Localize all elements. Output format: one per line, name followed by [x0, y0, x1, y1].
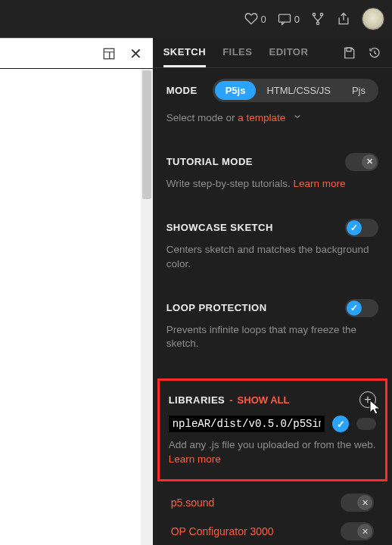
tutorial-desc-text: Write step-by-step tutorials.	[166, 178, 294, 189]
tutorial-toggle[interactable]	[345, 153, 378, 171]
panel-body: MODE P5js HTML/CSS/JS Pjs Select mode or…	[153, 68, 392, 545]
fork-button[interactable]	[310, 11, 325, 26]
library-toggle[interactable]	[341, 494, 374, 512]
chevron-down-icon[interactable]	[293, 111, 302, 126]
main-area: ✕ SKETCH FILES EDITOR MODE	[0, 38, 392, 545]
svg-rect-4	[104, 48, 114, 59]
template-link[interactable]: a template	[238, 112, 285, 123]
left-pane-body	[0, 69, 153, 545]
section-mode: MODE P5js HTML/CSS/JS Pjs Select mode or…	[166, 79, 378, 126]
likes-button[interactable]: 0	[244, 11, 266, 26]
scrollbar[interactable]	[141, 69, 153, 545]
close-icon[interactable]: ✕	[129, 45, 142, 63]
libraries-desc: Add any .js file you uploaded or from th…	[169, 438, 376, 467]
mode-option-pjs[interactable]: Pjs	[341, 81, 376, 100]
tutorial-desc: Write step-by-step tutorials. Learn more	[166, 177, 378, 192]
section-tutorial: TUTORIAL MODE Write step-by-step tutoria…	[166, 153, 378, 192]
tab-files[interactable]: FILES	[222, 46, 252, 67]
section-showcase: SHOWCASE SKETCH Centers sketch and match…	[166, 219, 378, 272]
comment-icon	[277, 11, 292, 26]
scrollbar-thumb[interactable]	[142, 70, 151, 199]
left-pane: ✕	[0, 38, 153, 545]
showcase-title: SHOWCASE SKETCH	[166, 222, 273, 233]
showcase-toggle[interactable]	[345, 219, 378, 237]
library-name[interactable]: OP Configurator 3000	[171, 525, 274, 537]
libraries-learn-more[interactable]: Learn more	[169, 453, 221, 465]
layout-icon[interactable]	[102, 47, 116, 61]
heart-icon	[244, 11, 259, 26]
mode-desc-text: Select mode or	[166, 112, 238, 123]
library-confirm-button[interactable]	[332, 416, 349, 432]
share-button[interactable]	[336, 11, 351, 26]
loop-desc: Prevents infinite loops that may freeze …	[166, 323, 378, 352]
library-toggle[interactable]	[341, 522, 374, 540]
tab-sketch[interactable]: SKETCH	[163, 46, 206, 67]
library-name[interactable]: p5.sound	[171, 497, 215, 509]
libraries-showall[interactable]: SHOW ALL	[238, 394, 290, 406]
tutorial-learn-more[interactable]: Learn more	[293, 178, 345, 189]
tab-editor[interactable]: EDITOR	[269, 46, 308, 67]
top-toolbar: 0 0	[0, 0, 392, 38]
mode-desc: Select mode or a template	[166, 111, 378, 126]
section-loop: LOOP PROTECTION Prevents infinite loops …	[166, 299, 378, 352]
library-url-input[interactable]	[169, 416, 325, 432]
comments-button[interactable]: 0	[277, 11, 300, 26]
save-icon[interactable]	[342, 46, 356, 60]
add-library-button[interactable]: +	[359, 391, 376, 408]
comments-count: 0	[294, 14, 300, 25]
mode-pill-group: P5js HTML/CSS/JS Pjs	[213, 79, 378, 102]
loop-title: LOOP PROTECTION	[166, 302, 267, 313]
left-pane-header: ✕	[0, 39, 153, 69]
avatar[interactable]	[362, 8, 384, 30]
libraries-desc-text: Add any .js file you uploaded or from th…	[169, 439, 376, 450]
svg-point-3	[316, 22, 319, 24]
svg-rect-5	[347, 48, 351, 51]
panel-tabs: SKETCH FILES EDITOR	[153, 38, 392, 68]
share-icon	[336, 11, 351, 26]
likes-count: 0	[261, 14, 266, 25]
mode-option-p5js[interactable]: P5js	[215, 81, 257, 100]
svg-point-2	[320, 14, 322, 16]
libraries-title: LIBRARIES	[169, 394, 226, 406]
fork-icon	[310, 11, 325, 26]
tutorial-title: TUTORIAL MODE	[166, 156, 253, 167]
library-mini-toggle[interactable]	[356, 418, 376, 430]
mode-title: MODE	[166, 85, 198, 96]
section-libraries: LIBRARIES - SHOW ALL + Add any .js file …	[157, 378, 387, 481]
mode-option-htmlcssjs[interactable]: HTML/CSS/JS	[256, 81, 341, 100]
settings-panel: SKETCH FILES EDITOR MODE P5js HTML/CSS/J…	[153, 38, 392, 545]
library-row-opconfig: OP Configurator 3000	[166, 521, 378, 542]
svg-point-1	[313, 14, 315, 16]
svg-rect-0	[278, 14, 290, 22]
history-icon[interactable]	[368, 46, 381, 60]
showcase-desc: Centers sketch and matches the backgroun…	[166, 243, 378, 272]
library-row-p5sound: p5.sound	[166, 492, 378, 513]
libraries-dash: -	[229, 394, 232, 406]
loop-toggle[interactable]	[345, 299, 378, 317]
